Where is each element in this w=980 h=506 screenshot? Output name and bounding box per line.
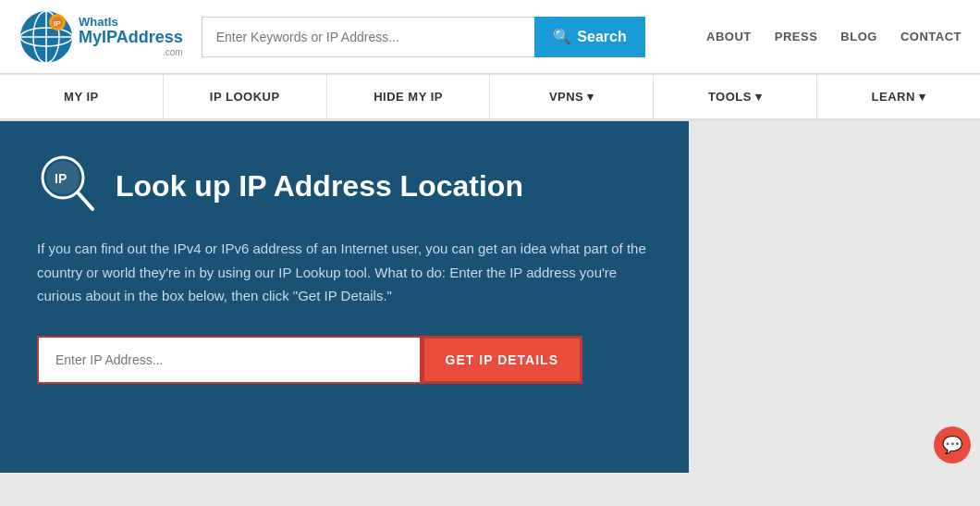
nav-tools[interactable]: TOOLS ▾ xyxy=(654,75,817,118)
nav-hide-my-ip[interactable]: HIDE MY IP xyxy=(327,75,491,118)
blog-link[interactable]: BLOG xyxy=(840,30,877,43)
search-button[interactable]: 🔍 Search xyxy=(534,17,644,57)
svg-text:IP: IP xyxy=(54,19,61,28)
logo-dotcom: .com xyxy=(79,47,183,57)
ip-magnify-icon: IP xyxy=(37,154,102,218)
site-header: IP WhatIs MyIPAddress .com 🔍 Search ABOU… xyxy=(0,0,980,74)
search-button-label: Search xyxy=(577,29,626,45)
logo-link[interactable]: IP WhatIs MyIPAddress .com xyxy=(18,9,183,65)
nav-vpns[interactable]: VPNS ▾ xyxy=(490,75,654,118)
svg-line-11 xyxy=(78,192,92,209)
get-ip-details-button[interactable]: GET IP DETAILS xyxy=(422,336,582,384)
hero-title: Look up IP Address Location xyxy=(116,168,523,204)
nav-my-ip[interactable]: MY IP xyxy=(0,75,164,118)
svg-text:IP: IP xyxy=(55,171,67,186)
content-wrapper: IP Look up IP Address Location If you ca… xyxy=(0,121,980,473)
main-nav: MY IP IP LOOKUP HIDE MY IP VPNS ▾ TOOLS … xyxy=(0,74,980,121)
main-content: IP Look up IP Address Location If you ca… xyxy=(0,121,689,473)
search-input[interactable] xyxy=(202,17,535,57)
ip-address-input[interactable] xyxy=(37,336,422,384)
press-link[interactable]: PRESS xyxy=(775,30,818,43)
sidebar: 💬 xyxy=(689,121,980,473)
nav-ip-lookup[interactable]: IP LOOKUP xyxy=(164,75,327,118)
globe-logo-icon: IP xyxy=(18,9,74,65)
chat-bubble-icon: 💬 xyxy=(942,435,962,455)
nav-learn[interactable]: LEARN ▾ xyxy=(817,75,980,118)
top-nav: ABOUT PRESS BLOG CONTACT xyxy=(706,30,962,43)
about-link[interactable]: ABOUT xyxy=(706,30,752,43)
logo-myip: MyIPAddress xyxy=(79,29,183,47)
chat-icon[interactable]: 💬 xyxy=(934,426,971,463)
hero-title-area: IP Look up IP Address Location xyxy=(37,154,652,218)
search-area: 🔍 Search xyxy=(202,17,645,57)
logo-text: WhatIs MyIPAddress .com xyxy=(79,16,183,57)
logo-whatis: WhatIs xyxy=(79,16,183,29)
search-icon: 🔍 xyxy=(553,28,571,45)
ip-input-row: GET IP DETAILS xyxy=(37,336,582,384)
hero-description: If you can find out the IPv4 or IPv6 add… xyxy=(37,237,652,308)
contact-link[interactable]: CONTACT xyxy=(900,30,962,43)
